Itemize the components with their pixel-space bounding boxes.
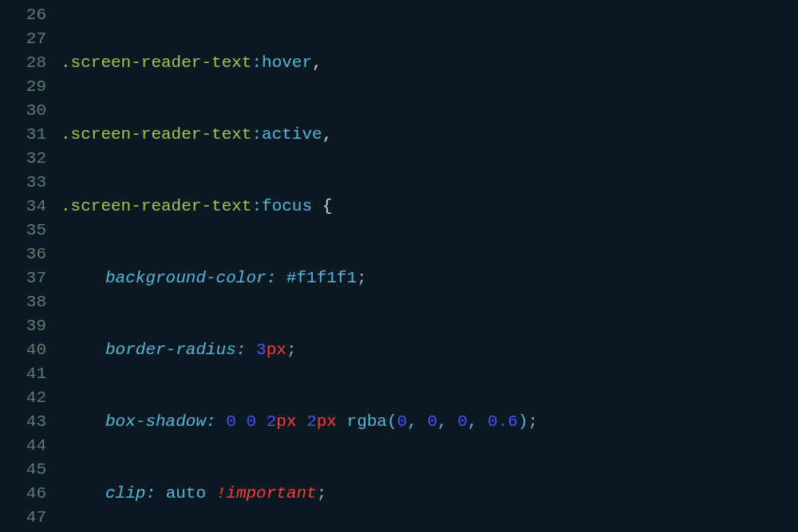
line-number: 30 (0, 99, 46, 123)
css-selector-class: .screen-reader-text (61, 197, 251, 215)
css-selector-class: .screen-reader-text (61, 53, 251, 72)
code-editor[interactable]: 26 27 28 29 30 31 32 33 34 35 36 37 38 3… (0, 0, 798, 532)
css-property: clip (105, 484, 145, 502)
css-semicolon: ; (317, 484, 327, 502)
line-number: 36 (0, 242, 46, 266)
line-number: 41 (0, 362, 46, 386)
code-line[interactable]: border-radius: 3px; (61, 338, 798, 362)
css-number: 0 (397, 412, 408, 431)
line-number: 27 (0, 27, 46, 51)
css-colon: : (145, 484, 156, 502)
css-number: 2 (267, 412, 277, 431)
line-number: 45 (0, 458, 46, 482)
css-number: 0.6 (488, 412, 518, 431)
css-property: background-color (105, 269, 267, 287)
css-property: box-shadow (105, 412, 206, 431)
css-comma: , (312, 53, 322, 72)
line-number-gutter: 26 27 28 29 30 31 32 33 34 35 36 37 38 3… (0, 3, 61, 532)
line-number: 42 (0, 386, 46, 410)
css-important: !important (216, 484, 317, 502)
css-comma: , (322, 125, 333, 144)
css-colon: : (236, 341, 247, 359)
css-open-brace: { (322, 197, 333, 215)
css-unit: px (267, 341, 286, 359)
css-semicolon: ; (528, 412, 539, 431)
line-number: 37 (0, 266, 46, 290)
line-number: 31 (0, 123, 46, 147)
code-line[interactable]: .screen-reader-text:hover, (61, 51, 798, 75)
line-number: 47 (0, 506, 46, 530)
code-line[interactable]: box-shadow: 0 0 2px 2px rgba(0, 0, 0, 0.… (61, 410, 798, 434)
css-number: 0 (427, 412, 437, 431)
code-line[interactable]: clip: auto !important; (61, 482, 798, 506)
css-unit: px (276, 412, 296, 431)
code-line[interactable]: .screen-reader-text:active, (61, 123, 798, 147)
code-line[interactable]: background-color: #f1f1f1; (61, 266, 798, 290)
css-number: 0 (457, 412, 468, 431)
css-number: 2 (306, 412, 317, 431)
css-paren-close: ) (518, 412, 528, 431)
line-number: 33 (0, 171, 46, 195)
css-number: 0 (246, 412, 256, 431)
css-hex-value: #f1f1f1 (286, 269, 357, 287)
css-colon: : (206, 412, 216, 431)
css-semicolon: ; (286, 341, 297, 359)
css-colon: : (267, 269, 277, 287)
css-paren-open: ( (387, 412, 397, 431)
line-number: 43 (0, 410, 46, 434)
css-selector-class: .screen-reader-text (61, 125, 251, 144)
css-number: 3 (256, 341, 267, 359)
line-number: 39 (0, 314, 46, 338)
line-number: 40 (0, 338, 46, 362)
code-line[interactable]: .screen-reader-text:focus { (61, 195, 798, 219)
css-pseudo-hover: :hover (251, 53, 312, 72)
line-number: 44 (0, 434, 46, 458)
line-number: 46 (0, 482, 46, 506)
css-keyword: auto (166, 484, 206, 502)
line-number: 35 (0, 219, 46, 242)
line-number: 34 (0, 195, 46, 219)
css-unit: px (317, 412, 337, 431)
line-number: 28 (0, 51, 46, 75)
css-pseudo-focus: :focus (251, 197, 312, 215)
line-number: 29 (0, 75, 46, 99)
line-number: 38 (0, 290, 46, 314)
line-number: 32 (0, 147, 46, 171)
css-semicolon: ; (357, 269, 367, 287)
css-property: border-radius (105, 341, 236, 359)
css-function-name: rgba (347, 412, 387, 431)
code-content[interactable]: .screen-reader-text:hover, .screen-reade… (61, 3, 798, 532)
css-number: 0 (226, 412, 236, 431)
css-pseudo-active: :active (251, 125, 322, 144)
line-number: 26 (0, 3, 46, 27)
